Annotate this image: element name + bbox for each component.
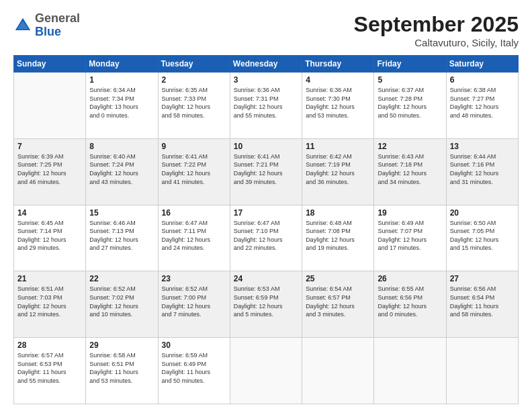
day-number: 27: [450, 274, 515, 283]
calendar-cell: 5Sunrise: 6:37 AM Sunset: 7:28 PM Daylig…: [374, 73, 446, 139]
day-number: 12: [378, 142, 442, 151]
day-info: Sunrise: 6:50 AM Sunset: 7:05 PM Dayligh…: [450, 219, 515, 253]
calendar-table: SundayMondayTuesdayWednesdayThursdayFrid…: [13, 55, 519, 404]
day-number: 20: [450, 208, 515, 218]
day-info: Sunrise: 6:51 AM Sunset: 7:03 PM Dayligh…: [17, 285, 82, 318]
calendar-cell: 28Sunrise: 6:57 AM Sunset: 6:53 PM Dayli…: [14, 338, 86, 404]
calendar-cell: 7Sunrise: 6:39 AM Sunset: 7:25 PM Daylig…: [14, 138, 86, 205]
col-header-wednesday: Wednesday: [230, 56, 302, 73]
calendar-cell: [374, 338, 446, 404]
day-number: 30: [162, 340, 226, 350]
day-number: 3: [234, 75, 298, 85]
day-number: 17: [234, 208, 298, 218]
calendar-cell: [14, 73, 86, 139]
calendar-cell: 24Sunrise: 6:53 AM Sunset: 6:59 PM Dayli…: [230, 271, 302, 338]
day-info: Sunrise: 6:52 AM Sunset: 7:00 PM Dayligh…: [162, 285, 226, 318]
day-info: Sunrise: 6:47 AM Sunset: 7:11 PM Dayligh…: [162, 219, 226, 253]
month-title: September 2025: [354, 12, 519, 37]
calendar-cell: 1Sunrise: 6:34 AM Sunset: 7:34 PM Daylig…: [86, 73, 158, 139]
day-info: Sunrise: 6:54 AM Sunset: 6:57 PM Dayligh…: [306, 285, 370, 318]
calendar-cell: 13Sunrise: 6:44 AM Sunset: 7:16 PM Dayli…: [446, 138, 518, 205]
calendar-cell: 20Sunrise: 6:50 AM Sunset: 7:05 PM Dayli…: [446, 205, 518, 271]
day-number: 7: [17, 142, 82, 151]
logo-general: General: [35, 12, 80, 26]
calendar-cell: 26Sunrise: 6:55 AM Sunset: 6:56 PM Dayli…: [374, 271, 446, 338]
day-info: Sunrise: 6:36 AM Sunset: 7:30 PM Dayligh…: [306, 86, 370, 120]
day-number: 13: [450, 142, 515, 151]
col-header-sunday: Sunday: [14, 56, 86, 73]
day-info: Sunrise: 6:45 AM Sunset: 7:14 PM Dayligh…: [17, 219, 82, 253]
day-number: 16: [162, 208, 226, 218]
day-number: 15: [89, 208, 154, 218]
day-info: Sunrise: 6:55 AM Sunset: 6:56 PM Dayligh…: [378, 285, 442, 318]
col-header-friday: Friday: [374, 56, 446, 73]
calendar-cell: 30Sunrise: 6:59 AM Sunset: 6:49 PM Dayli…: [158, 338, 230, 404]
calendar-cell: 17Sunrise: 6:47 AM Sunset: 7:10 PM Dayli…: [230, 205, 302, 271]
day-number: 21: [17, 274, 82, 283]
day-info: Sunrise: 6:47 AM Sunset: 7:10 PM Dayligh…: [234, 219, 298, 253]
day-info: Sunrise: 6:41 AM Sunset: 7:22 PM Dayligh…: [162, 152, 226, 186]
day-info: Sunrise: 6:36 AM Sunset: 7:31 PM Dayligh…: [234, 86, 298, 120]
calendar-cell: 6Sunrise: 6:38 AM Sunset: 7:27 PM Daylig…: [446, 73, 518, 139]
day-info: Sunrise: 6:52 AM Sunset: 7:02 PM Dayligh…: [89, 285, 154, 318]
day-number: 22: [89, 274, 154, 283]
title-block: September 2025 Caltavuturo, Sicily, Ital…: [354, 12, 519, 48]
logo: General Blue: [13, 12, 80, 39]
calendar-cell: [302, 338, 374, 404]
col-header-thursday: Thursday: [302, 56, 374, 73]
week-row-3: 14Sunrise: 6:45 AM Sunset: 7:14 PM Dayli…: [14, 205, 519, 271]
day-info: Sunrise: 6:44 AM Sunset: 7:16 PM Dayligh…: [450, 152, 515, 186]
day-number: 25: [306, 274, 370, 283]
calendar-cell: [230, 338, 302, 404]
calendar-cell: 21Sunrise: 6:51 AM Sunset: 7:03 PM Dayli…: [14, 271, 86, 338]
col-header-tuesday: Tuesday: [158, 56, 230, 73]
day-info: Sunrise: 6:43 AM Sunset: 7:18 PM Dayligh…: [378, 152, 442, 186]
day-number: 4: [306, 75, 370, 85]
day-number: 24: [234, 274, 298, 283]
day-number: 29: [89, 340, 154, 350]
day-info: Sunrise: 6:53 AM Sunset: 6:59 PM Dayligh…: [234, 285, 298, 318]
calendar-cell: 3Sunrise: 6:36 AM Sunset: 7:31 PM Daylig…: [230, 73, 302, 139]
day-number: 23: [162, 274, 226, 283]
day-info: Sunrise: 6:59 AM Sunset: 6:49 PM Dayligh…: [162, 351, 226, 385]
day-number: 1: [89, 75, 154, 85]
logo-text: General Blue: [35, 12, 80, 39]
day-number: 10: [234, 142, 298, 151]
day-number: 9: [162, 142, 226, 151]
day-number: 2: [162, 75, 226, 85]
day-info: Sunrise: 6:42 AM Sunset: 7:19 PM Dayligh…: [306, 152, 370, 186]
calendar-cell: 2Sunrise: 6:35 AM Sunset: 7:33 PM Daylig…: [158, 73, 230, 139]
col-header-monday: Monday: [86, 56, 158, 73]
logo-icon: [13, 16, 32, 35]
col-header-saturday: Saturday: [446, 56, 518, 73]
day-info: Sunrise: 6:40 AM Sunset: 7:24 PM Dayligh…: [89, 152, 154, 186]
calendar-cell: 25Sunrise: 6:54 AM Sunset: 6:57 PM Dayli…: [302, 271, 374, 338]
day-number: 18: [306, 208, 370, 218]
calendar-cell: 9Sunrise: 6:41 AM Sunset: 7:22 PM Daylig…: [158, 138, 230, 205]
week-row-4: 21Sunrise: 6:51 AM Sunset: 7:03 PM Dayli…: [14, 271, 519, 338]
day-number: 8: [89, 142, 154, 151]
calendar-cell: 10Sunrise: 6:41 AM Sunset: 7:21 PM Dayli…: [230, 138, 302, 205]
calendar-cell: [446, 338, 518, 404]
day-info: Sunrise: 6:56 AM Sunset: 6:54 PM Dayligh…: [450, 285, 515, 318]
page: General Blue September 2025 Caltavuturo,…: [0, 0, 532, 411]
day-info: Sunrise: 6:57 AM Sunset: 6:53 PM Dayligh…: [17, 351, 82, 385]
logo-blue: Blue: [35, 26, 80, 39]
day-info: Sunrise: 6:48 AM Sunset: 7:08 PM Dayligh…: [306, 219, 370, 253]
calendar-cell: 27Sunrise: 6:56 AM Sunset: 6:54 PM Dayli…: [446, 271, 518, 338]
calendar-header-row: SundayMondayTuesdayWednesdayThursdayFrid…: [14, 56, 519, 73]
day-info: Sunrise: 6:39 AM Sunset: 7:25 PM Dayligh…: [17, 152, 82, 186]
week-row-2: 7Sunrise: 6:39 AM Sunset: 7:25 PM Daylig…: [14, 138, 519, 205]
calendar-cell: 23Sunrise: 6:52 AM Sunset: 7:00 PM Dayli…: [158, 271, 230, 338]
subtitle: Caltavuturo, Sicily, Italy: [354, 37, 519, 48]
day-number: 5: [378, 75, 442, 85]
calendar-cell: 15Sunrise: 6:46 AM Sunset: 7:13 PM Dayli…: [86, 205, 158, 271]
day-info: Sunrise: 6:38 AM Sunset: 7:27 PM Dayligh…: [450, 86, 515, 120]
calendar-cell: 11Sunrise: 6:42 AM Sunset: 7:19 PM Dayli…: [302, 138, 374, 205]
calendar-cell: 18Sunrise: 6:48 AM Sunset: 7:08 PM Dayli…: [302, 205, 374, 271]
day-info: Sunrise: 6:46 AM Sunset: 7:13 PM Dayligh…: [89, 219, 154, 253]
calendar-cell: 29Sunrise: 6:58 AM Sunset: 6:51 PM Dayli…: [86, 338, 158, 404]
calendar-cell: 14Sunrise: 6:45 AM Sunset: 7:14 PM Dayli…: [14, 205, 86, 271]
week-row-5: 28Sunrise: 6:57 AM Sunset: 6:53 PM Dayli…: [14, 338, 519, 404]
day-number: 11: [306, 142, 370, 151]
